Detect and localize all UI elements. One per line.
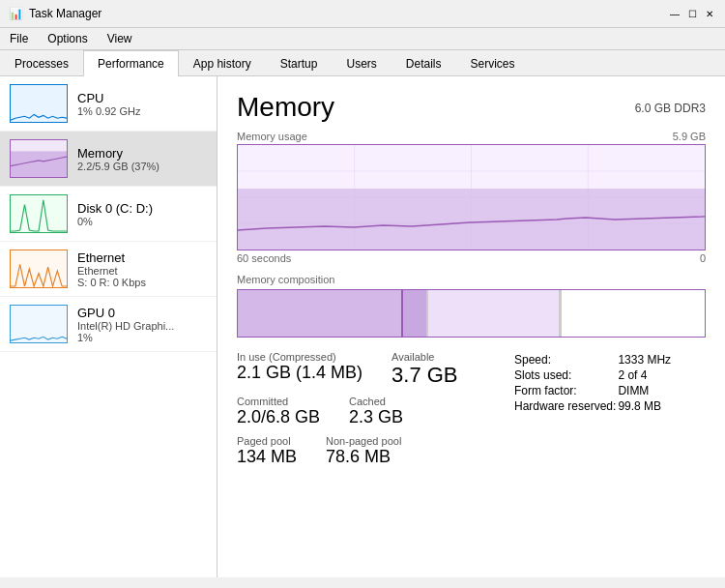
comp-free xyxy=(561,290,705,337)
speed-value: 1333 MHz xyxy=(618,353,671,367)
composition-label: Memory composition xyxy=(237,274,706,285)
available-value: 3.7 GB xyxy=(392,363,457,388)
stats-left: In use (Compressed) 2.1 GB (1.4 MB) Avai… xyxy=(237,351,493,467)
title-bar: 📊 Task Manager — ☐ ✕ xyxy=(0,0,725,28)
composition-chart xyxy=(237,289,706,338)
paged-pool-label: Paged pool xyxy=(237,435,297,447)
paged-pool-value: 134 MB xyxy=(237,447,297,467)
sidebar-item-cpu[interactable]: CPU 1% 0.92 GHz xyxy=(0,76,217,132)
stat-in-use: In use (Compressed) 2.1 GB (1.4 MB) xyxy=(237,351,362,388)
ethernet-graph xyxy=(10,250,68,288)
in-use-label: In use (Compressed) xyxy=(237,351,362,363)
time-label-left: 60 seconds xyxy=(237,252,291,264)
sidebar-item-ethernet[interactable]: Ethernet Ethernet S: 0 R: 0 Kbps xyxy=(0,242,217,297)
detail-panel: Memory 6.0 GB DDR3 Memory usage 5.9 GB xyxy=(218,76,725,577)
stat-committed: Committed 2.0/6.8 GB xyxy=(237,396,320,427)
close-button[interactable]: ✕ xyxy=(702,6,717,21)
tab-details[interactable]: Details xyxy=(392,50,456,76)
tab-bar: Processes Performance App history Startu… xyxy=(0,50,725,76)
stats-top-row: In use (Compressed) 2.1 GB (1.4 MB) Avai… xyxy=(237,351,493,388)
cpu-graph xyxy=(10,84,68,123)
right-stats-table: Speed: 1333 MHz Slots used: 2 of 4 Form … xyxy=(512,351,673,415)
cached-value: 2.3 GB xyxy=(349,407,403,427)
tab-processes[interactable]: Processes xyxy=(0,50,83,76)
ethernet-value-line1: Ethernet xyxy=(77,265,207,277)
form-label: Form factor: xyxy=(514,384,616,397)
gpu-info: GPU 0 Intel(R) HD Graphi... 1% xyxy=(77,306,207,343)
comp-standby xyxy=(428,290,559,337)
ethernet-name: Ethernet xyxy=(77,250,207,265)
minimize-button[interactable]: — xyxy=(667,6,682,21)
detail-title: Memory xyxy=(237,92,334,123)
form-row: Form factor: DIMM xyxy=(514,384,671,397)
menu-view[interactable]: View xyxy=(102,30,138,47)
non-paged-pool-label: Non-paged pool xyxy=(326,435,401,447)
reserved-row: Hardware reserved: 99.8 MB xyxy=(514,399,671,413)
comp-modified xyxy=(403,290,426,337)
stats-right: Speed: 1333 MHz Slots used: 2 of 4 Form … xyxy=(512,351,706,467)
slots-value: 2 of 4 xyxy=(618,368,671,382)
memory-info: Memory 2.2/5.9 GB (37%) xyxy=(77,146,207,172)
in-use-value: 2.1 GB (1.4 MB) xyxy=(237,363,362,383)
disk-graph xyxy=(10,194,68,233)
tab-performance[interactable]: Performance xyxy=(83,50,179,76)
ethernet-info: Ethernet Ethernet S: 0 R: 0 Kbps xyxy=(77,250,207,288)
cached-label: Cached xyxy=(349,396,403,407)
sidebar-item-gpu[interactable]: GPU 0 Intel(R) HD Graphi... 1% xyxy=(0,297,217,352)
stat-available: Available 3.7 GB xyxy=(392,351,457,388)
title-bar-left: 📊 Task Manager xyxy=(8,6,102,21)
memory-name: Memory xyxy=(77,146,207,161)
gpu-value-line2: 1% xyxy=(77,332,207,343)
disk-info: Disk 0 (C: D:) 0% xyxy=(77,201,207,227)
tab-users[interactable]: Users xyxy=(332,50,391,76)
stat-cached: Cached 2.3 GB xyxy=(349,396,403,427)
tab-app-history[interactable]: App history xyxy=(179,50,266,76)
app-icon: 📊 xyxy=(8,6,23,21)
cpu-value: 1% 0.92 GHz xyxy=(77,105,207,117)
disk-name: Disk 0 (C: D:) xyxy=(77,201,207,216)
title-bar-title: Task Manager xyxy=(29,7,102,20)
ethernet-value-line2: S: 0 R: 0 Kbps xyxy=(77,277,207,288)
gpu-value-line1: Intel(R) HD Graphi... xyxy=(77,320,207,332)
sidebar-item-disk[interactable]: Disk 0 (C: D:) 0% xyxy=(0,187,217,242)
committed-value: 2.0/6.8 GB xyxy=(237,407,320,427)
memory-graph xyxy=(10,139,68,178)
tab-startup[interactable]: Startup xyxy=(266,50,333,76)
cpu-name: CPU xyxy=(77,91,207,105)
committed-label: Committed xyxy=(237,396,320,407)
disk-value: 0% xyxy=(77,216,207,227)
memory-value: 2.2/5.9 GB (37%) xyxy=(77,161,207,172)
sidebar-item-memory[interactable]: Memory 2.2/5.9 GB (37%) xyxy=(0,132,217,187)
menu-options[interactable]: Options xyxy=(42,30,93,47)
stats-mid-row: Committed 2.0/6.8 GB Cached 2.3 GB xyxy=(237,396,493,427)
tab-services[interactable]: Services xyxy=(456,50,530,76)
usage-chart xyxy=(237,144,706,250)
title-bar-controls[interactable]: — ☐ ✕ xyxy=(667,6,717,21)
slots-row: Slots used: 2 of 4 xyxy=(514,368,671,382)
speed-row: Speed: 1333 MHz xyxy=(514,353,671,367)
stat-non-paged-pool: Non-paged pool 78.6 MB xyxy=(326,435,401,467)
maximize-button[interactable]: ☐ xyxy=(684,6,700,21)
detail-header: Memory 6.0 GB DDR3 xyxy=(237,92,706,123)
menu-bar: File Options View xyxy=(0,28,725,50)
gpu-graph xyxy=(10,305,68,343)
usage-chart-max: 5.9 GB xyxy=(673,131,706,142)
non-paged-pool-value: 78.6 MB xyxy=(326,447,401,467)
time-label-right: 0 xyxy=(700,252,706,264)
usage-chart-label-row: Memory usage 5.9 GB xyxy=(237,131,706,142)
gpu-name: GPU 0 xyxy=(77,306,207,320)
detail-subtitle: 6.0 GB DDR3 xyxy=(635,92,706,115)
form-value: DIMM xyxy=(618,384,671,397)
comp-in-use xyxy=(238,290,401,337)
menu-file[interactable]: File xyxy=(4,30,34,47)
chart-time-labels: 60 seconds 0 xyxy=(237,252,706,264)
available-label: Available xyxy=(392,351,457,363)
slots-label: Slots used: xyxy=(514,368,616,382)
stats-row: In use (Compressed) 2.1 GB (1.4 MB) Avai… xyxy=(237,351,706,467)
usage-chart-grid xyxy=(238,145,705,250)
sidebar: CPU 1% 0.92 GHz Memory 2.2/5.9 GB (37%) xyxy=(0,76,218,577)
speed-label: Speed: xyxy=(514,353,616,367)
stat-paged-pool: Paged pool 134 MB xyxy=(237,435,297,467)
stats-bot-row: Paged pool 134 MB Non-paged pool 78.6 MB xyxy=(237,435,493,467)
cpu-info: CPU 1% 0.92 GHz xyxy=(77,91,207,117)
